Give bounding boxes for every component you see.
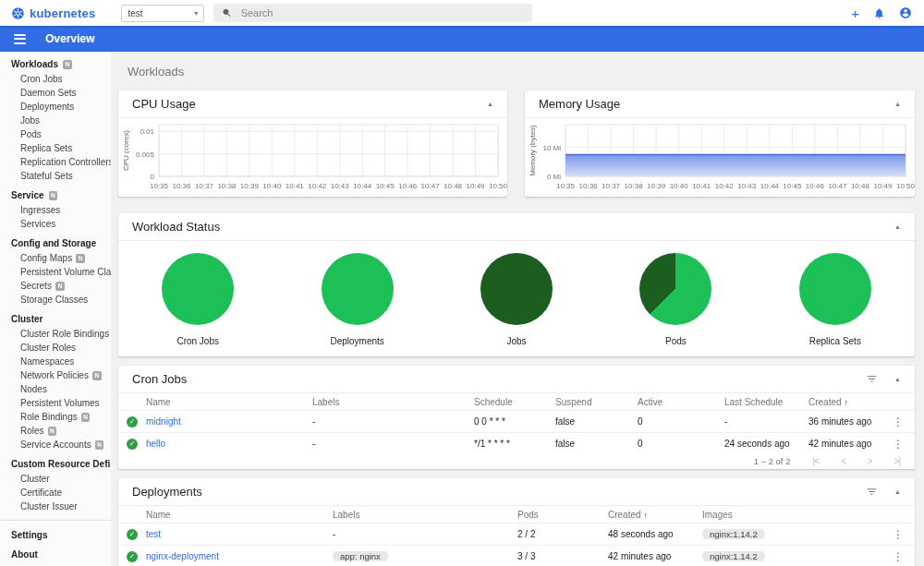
table-row[interactable]: ✓hello-*/1 * * * *false024 seconds ago42… <box>118 432 915 454</box>
filter-icon[interactable] <box>866 373 878 385</box>
column-header-name[interactable]: Name <box>146 397 312 407</box>
sidebar-item-settings[interactable]: Settings <box>0 525 111 545</box>
collapse-icon[interactable]: ▲ <box>894 376 901 382</box>
sidebar-item-cluster-issuer[interactable]: Cluster Issuer <box>0 500 111 513</box>
tooltip-value: 42 minutes ago <box>808 439 871 449</box>
resource-link[interactable]: midnight <box>146 416 181 427</box>
column-header-pods[interactable]: Pods <box>517 510 608 520</box>
cell-labels: - <box>312 416 474 427</box>
sidebar-item-cron-jobs[interactable]: Cron Jobs <box>0 72 111 86</box>
sidebar-item-persistent-volumes[interactable]: Persistent Volumes <box>0 396 111 410</box>
memory-usage-chart: 10:3510:3610:3710:3810:3910:4010:4110:42… <box>525 118 915 196</box>
column-header-active[interactable]: Active <box>638 397 724 407</box>
sidebar-item-secrets[interactable]: SecretsN <box>0 279 111 293</box>
namespace-value: test <box>128 8 142 18</box>
collapse-icon[interactable]: ▲ <box>894 101 901 107</box>
main-content: Workloads CPU Usage ▲ 10:3510:3610:3710:… <box>111 52 924 566</box>
previous-page-button[interactable]: < <box>841 456 845 466</box>
table-row[interactable]: ✓test-2 / 248 seconds agonginx:1.14.2⋮ <box>118 523 915 545</box>
namespace-selector[interactable]: test ▾ <box>121 5 204 22</box>
sidebar-item-deployments[interactable]: Deployments <box>0 100 111 114</box>
column-label: Created <box>608 510 641 520</box>
column-header-labels[interactable]: Labels <box>333 510 517 520</box>
sidebar-item-about[interactable]: About <box>0 545 111 564</box>
sidebar-item-services[interactable]: Services <box>0 217 111 231</box>
row-menu[interactable]: ⋮ <box>881 550 915 563</box>
sidebar-item-pods[interactable]: Pods <box>0 127 111 141</box>
sidebar-item-certificate[interactable]: Certificate <box>0 486 111 500</box>
sidebar-item-roles[interactable]: RolesN <box>0 424 111 438</box>
cell-active: 0 <box>638 439 724 449</box>
last-page-button[interactable]: >| <box>894 456 900 466</box>
sidebar-item-storage-classes[interactable]: Storage Classes <box>0 293 111 307</box>
status-cell: ✓ <box>118 438 146 450</box>
sidebar-item-persistent-volume-claims[interactable]: Persistent Volume ClaimsN <box>0 265 111 279</box>
pie-chart-replica-sets <box>799 253 871 325</box>
next-page-button[interactable]: > <box>868 456 872 466</box>
sidebar-item-ingresses[interactable]: Ingresses <box>0 203 111 217</box>
notifications-icon[interactable] <box>873 7 885 19</box>
svg-text:10:46: 10:46 <box>398 182 418 190</box>
sidebar-item-stateful-sets[interactable]: Stateful Sets <box>0 169 111 183</box>
sidebar-item-label: Network Policies <box>20 370 89 380</box>
sidebar-section-custom-resource-definitions[interactable]: Custom Resource Definitions <box>0 452 111 472</box>
create-resource-icon[interactable]: + <box>851 6 859 20</box>
kubernetes-logo[interactable]: kubernetes <box>0 6 95 20</box>
svg-text:0.005: 0.005 <box>136 151 155 159</box>
collapse-icon[interactable]: ▲ <box>894 223 901 230</box>
resource-link[interactable]: test <box>146 529 161 539</box>
sidebar-section-workloads[interactable]: WorkloadsN <box>0 52 111 72</box>
collapse-icon[interactable]: ▲ <box>487 101 493 107</box>
sidebar-item-role-bindings[interactable]: Role BindingsN <box>0 410 111 424</box>
table-row[interactable]: ✓nginx-deploymentapp: nginx3 / 342 minut… <box>118 545 915 566</box>
svg-text:10:35: 10:35 <box>556 182 576 190</box>
column-label: Images <box>702 510 733 520</box>
success-status-icon: ✓ <box>127 439 138 450</box>
account-icon[interactable] <box>899 6 912 19</box>
search-input[interactable] <box>241 7 525 18</box>
table-row[interactable]: ✓midnight-0 0 * * *false0-36 minutes ago… <box>118 410 915 432</box>
pie-chart-cron-jobs <box>162 253 234 325</box>
sidebar-item-service-accounts[interactable]: Service AccountsN <box>0 438 111 452</box>
column-header-last-schedule[interactable]: Last Schedule <box>724 397 808 407</box>
sidebar-section-config-and-storage[interactable]: Config and Storage <box>0 231 111 251</box>
column-header-schedule[interactable]: Schedule <box>474 397 555 407</box>
filter-icon[interactable] <box>866 486 878 498</box>
sidebar-item-nodes[interactable]: Nodes <box>0 382 111 396</box>
sidebar-item-config-maps[interactable]: Config MapsN <box>0 251 111 265</box>
sidebar-item-network-policies[interactable]: Network PoliciesN <box>0 368 111 382</box>
sidebar-section-cluster[interactable]: Cluster <box>0 307 111 327</box>
column-header-labels[interactable]: Labels <box>312 397 474 407</box>
svg-text:10:45: 10:45 <box>783 182 802 190</box>
column-header-created[interactable]: Created↑ <box>608 510 702 520</box>
sidebar-section-service[interactable]: ServiceN <box>0 183 111 203</box>
collapse-icon[interactable]: ▲ <box>894 488 901 495</box>
column-header-suspend[interactable]: Suspend <box>555 397 638 407</box>
sidebar-item-replica-sets[interactable]: Replica Sets <box>0 141 111 155</box>
column-header-name[interactable]: Name <box>146 510 333 520</box>
cell-last_schedule: 24 seconds ago <box>724 439 808 449</box>
image-chip: nginx:1.14.2 <box>702 551 765 561</box>
pie-label: Pods <box>665 336 687 346</box>
search-bar[interactable] <box>213 4 532 22</box>
sidebar-item-cluster[interactable]: Cluster <box>0 472 111 486</box>
svg-text:0 Mi: 0 Mi <box>547 173 561 181</box>
sidebar-item-replication-controllers[interactable]: Replication Controllers <box>0 155 111 169</box>
sidebar-item-jobs[interactable]: Jobs <box>0 114 111 127</box>
sidebar-item-daemon-sets[interactable]: Daemon Sets <box>0 86 111 100</box>
resource-link[interactable]: nginx-deployment <box>146 551 219 561</box>
resource-link[interactable]: hello <box>146 439 165 449</box>
hamburger-menu-icon[interactable] <box>14 31 26 46</box>
card-title: CPU Usage <box>132 97 196 111</box>
column-header-images[interactable]: Images <box>702 510 881 520</box>
row-menu[interactable]: ⋮ <box>881 528 915 541</box>
first-page-button[interactable]: |< <box>812 456 818 466</box>
sidebar-item-cluster-role-bindings[interactable]: Cluster Role Bindings <box>0 327 111 341</box>
sidebar-item-namespaces[interactable]: Namespaces <box>0 355 111 368</box>
deployments-card: Deployments ▲ NameLabelsPodsCreated↑Imag… <box>118 478 915 566</box>
row-menu[interactable]: ⋮ <box>881 415 915 428</box>
sidebar-item-cluster-roles[interactable]: Cluster Roles <box>0 341 111 355</box>
row-menu[interactable]: ⋮ <box>881 438 915 451</box>
header-actions: + <box>851 6 924 20</box>
column-header-created[interactable]: Created↑ <box>808 397 881 407</box>
